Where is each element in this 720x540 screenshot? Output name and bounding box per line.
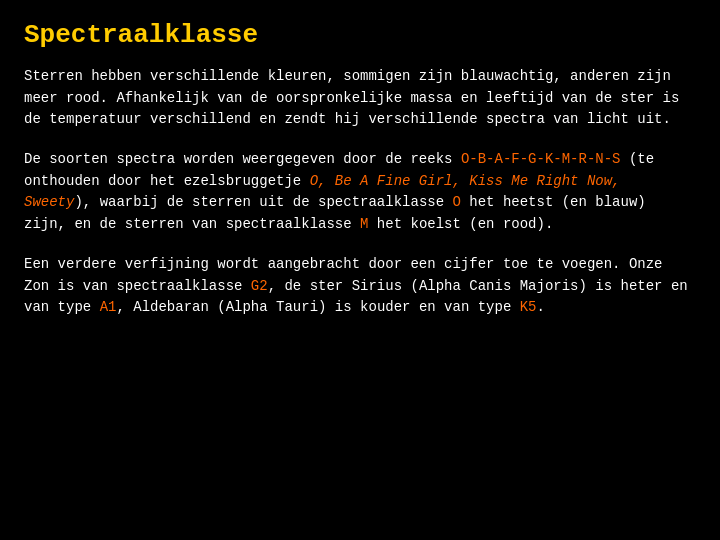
class-o: O — [452, 194, 460, 210]
paragraph-2-before-sequence: De soorten spectra worden weergegeven do… — [24, 151, 461, 167]
spectrum-sequence: O-B-A-F-G-K-M-R-N-S — [461, 151, 621, 167]
paragraph-3-after-a1: , Aldebaran (Alpha Tauri) is kouder en v… — [116, 299, 519, 315]
paragraph-2: De soorten spectra worden weergegeven do… — [24, 149, 696, 236]
paragraph-3: Een verdere verfijning wordt aangebracht… — [24, 254, 696, 319]
class-k5: K5 — [520, 299, 537, 315]
paragraph-2-after-mnemonic: ), waarbij de sterren uit de spectraalkl… — [74, 194, 452, 210]
page-container: Spectraalklasse Sterren hebben verschill… — [0, 0, 720, 540]
class-a1: A1 — [100, 299, 117, 315]
paragraph-1: Sterren hebben verschillende kleuren, so… — [24, 66, 696, 131]
paragraph-1-text: Sterren hebben verschillende kleuren, so… — [24, 68, 679, 127]
class-g2: G2 — [251, 278, 268, 294]
paragraph-3-end: . — [537, 299, 545, 315]
page-title: Spectraalklasse — [24, 20, 696, 50]
paragraph-2-end: het koelst (en rood). — [368, 216, 553, 232]
